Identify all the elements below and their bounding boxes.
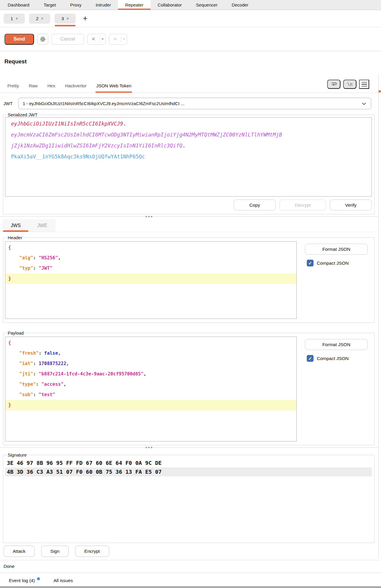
nav-decoder[interactable]: Decoder (225, 0, 256, 10)
status-message: Done (0, 560, 381, 573)
gear-icon (40, 36, 46, 42)
header-compact-json-row: ✓ Compact JSON (307, 260, 368, 266)
tab-label: 1 (11, 16, 13, 21)
close-icon[interactable]: × (16, 17, 18, 21)
tab-hex[interactable]: Hex (47, 83, 55, 93)
settings-button[interactable] (37, 34, 48, 45)
message-view-tabs: Pretty Raw Hex Hackvertor JSON Web Token… (0, 77, 381, 93)
newline-icon: \n (347, 82, 352, 87)
send-button[interactable]: Send (4, 34, 34, 45)
tab-jwe[interactable]: JWE (29, 219, 56, 232)
repeater-tab-2[interactable]: 2 × (29, 14, 50, 24)
tab-label: 3 (62, 16, 64, 21)
jwt-payload-legend: Payload (6, 330, 25, 335)
scroll-marker (379, 90, 381, 92)
window-edge (0, 586, 381, 588)
main-nav: Dashboard Target Proxy Intruder Repeater… (0, 0, 381, 10)
header-json-editor[interactable]: { "alg": "HS256", "typ": "JWT"} (5, 241, 297, 319)
tab-hackvertor[interactable]: Hackvertor (65, 83, 87, 93)
nav-sequencer[interactable]: Sequencer (189, 0, 225, 10)
nav-target[interactable]: Target (36, 0, 63, 10)
payload-compact-json-checkbox[interactable]: ✓ (307, 355, 314, 362)
request-panel-title: Request (4, 58, 381, 65)
tab-jws[interactable]: JWS (2, 219, 29, 232)
tab-json-web-token[interactable]: JSON Web Token (96, 83, 131, 93)
sign-button[interactable]: Sign (41, 546, 69, 557)
jwt-header-legend: Header (6, 235, 24, 240)
notification-dot (37, 577, 40, 580)
payload-json-editor[interactable]: { "fresh": false, "iat": 1708875222, "jt… (5, 337, 297, 441)
status-bar: Done (0, 560, 381, 573)
payload-format-json-button[interactable]: Format JSON (305, 339, 368, 350)
repeater-tab-bar: 1 × 2 × 3 × + (0, 10, 381, 27)
horizontal-splitter[interactable] (0, 445, 381, 450)
payload-compact-json-row: ✓ Compact JSON (307, 355, 368, 362)
signature-hex-view[interactable]: 3E 46 97 8B 96 95 FF FD 67 60 6E 64 F0 0… (5, 457, 372, 539)
divider (378, 74, 379, 558)
payload-compact-json-label: Compact JSON (317, 356, 349, 361)
nav-repeater[interactable]: Repeater (118, 0, 151, 10)
nav-intruder[interactable]: Intruder (88, 0, 118, 10)
forward-dropdown-caret-icon[interactable] (121, 34, 127, 44)
repeater-tab-3[interactable]: 3 × (54, 14, 76, 24)
close-icon[interactable]: × (67, 17, 69, 21)
nav-proxy[interactable]: Proxy (63, 0, 88, 10)
tab-pretty[interactable]: Pretty (7, 83, 19, 93)
cancel-button[interactable]: Cancel (51, 34, 84, 45)
word-wrap-button[interactable] (327, 80, 340, 89)
serialized-jwt-legend: Serialized JWT (6, 112, 39, 117)
jwt-selector-row: JWT 1 - eyJhbGciOiJIUzI1NiIsInR5cCI6IkpX… (4, 98, 371, 109)
jwt-signature-legend: Signature (6, 452, 28, 457)
splitter-grip-icon[interactable] (146, 216, 152, 217)
add-tab-button[interactable]: + (81, 14, 89, 23)
serialized-jwt-textarea[interactable]: eyJhbGciOiJIUzI1NiIsInR5cCI6IkpXVCJ9.eyJ… (5, 117, 372, 197)
event-log-button[interactable]: Event log (4) (9, 578, 40, 583)
back-request-button[interactable]: < (87, 34, 106, 45)
jws-jwe-tabs: JWS JWE (0, 219, 381, 232)
chevron-down-icon (362, 101, 366, 106)
decrypt-button[interactable]: Decrypt (280, 200, 326, 211)
forward-arrow-icon[interactable]: > (109, 34, 121, 44)
nav-collaborator[interactable]: Collaborator (151, 0, 189, 10)
menu-button[interactable] (359, 80, 369, 89)
serialized-jwt-buttons: Copy Decrypt Verify (5, 200, 372, 211)
jwt-header-group: Header { "alg": "HS256", "typ": "JWT"} F… (3, 235, 374, 323)
forward-request-button[interactable]: > (109, 34, 127, 45)
serialized-jwt-group: Serialized JWT eyJhbGciOiJIUzI1NiIsInR5c… (3, 112, 374, 214)
event-log-label: Event log (4) (9, 578, 35, 583)
jwt-select-dropdown[interactable]: 1 - eyJhbGciOiJIUzI1NiIsInR5cCI6IkpXVCJ9… (18, 98, 371, 109)
request-toolbar: Send Cancel < > (0, 27, 381, 51)
verify-button[interactable]: Verify (330, 200, 372, 211)
footer-bar: Event log (4) All issues (0, 573, 381, 588)
jwt-selector-label: JWT (4, 101, 13, 106)
header-compact-json-label: Compact JSON (317, 261, 349, 266)
nav-dashboard[interactable]: Dashboard (1, 0, 36, 10)
horizontal-splitter[interactable] (0, 214, 381, 219)
jwt-select-value: 1 - eyJhbGciOiJIUzI1NiIsInR5cCI6IkpXVCJ9… (23, 101, 362, 106)
word-wrap-icon (331, 81, 337, 87)
encrypt-button[interactable]: Encrypt (75, 546, 109, 557)
header-compact-json-checkbox[interactable]: ✓ (307, 260, 314, 266)
back-dropdown-caret-icon[interactable] (100, 34, 105, 44)
hamburger-icon (361, 82, 367, 83)
header-format-json-button[interactable]: Format JSON (305, 244, 368, 255)
show-newlines-button[interactable]: \n (343, 80, 356, 89)
jwt-payload-group: Payload { "fresh": false, "iat": 1708875… (3, 330, 374, 445)
tab-raw[interactable]: Raw (29, 83, 38, 93)
tab-label: 2 (36, 16, 38, 21)
jwt-signature-group: Signature 3E 46 97 8B 96 95 FF FD 67 60 … (3, 452, 374, 543)
splitter-grip-icon[interactable] (146, 447, 152, 448)
view-options: \n (327, 80, 369, 89)
attack-button[interactable]: Attack (4, 546, 35, 557)
copy-button[interactable]: Copy (234, 200, 276, 211)
back-arrow-icon[interactable]: < (88, 34, 99, 44)
close-icon[interactable]: × (41, 17, 43, 21)
jwt-actions: Attack Sign Encrypt (4, 546, 381, 557)
repeater-tab-1[interactable]: 1 × (4, 14, 25, 24)
all-issues-button[interactable]: All issues (54, 578, 73, 583)
